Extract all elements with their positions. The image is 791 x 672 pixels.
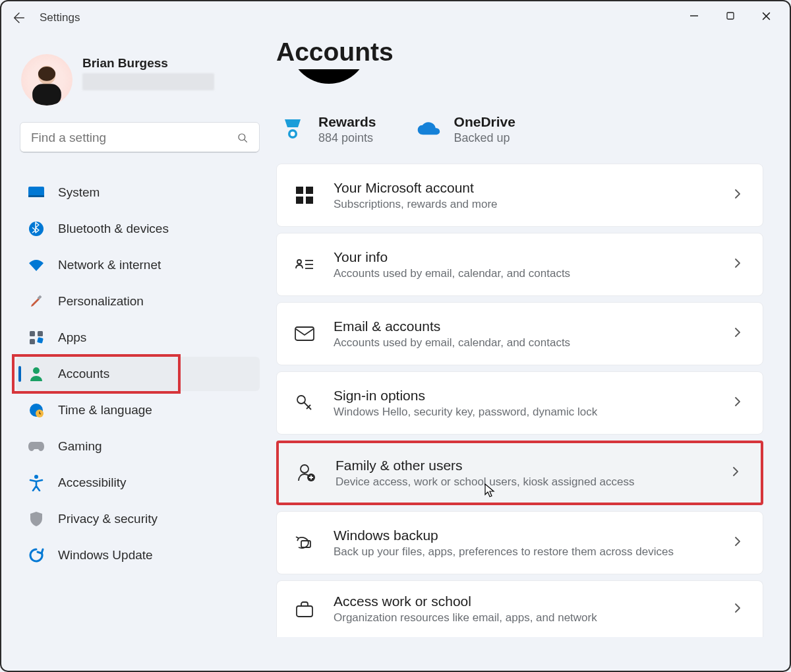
back-button[interactable]: [4, 3, 34, 33]
card-title: Access work or school: [334, 594, 732, 609]
sidebar-item-accessibility[interactable]: Accessibility: [16, 466, 260, 500]
sidebar-item-accounts[interactable]: Accounts: [16, 357, 260, 391]
svg-line-8: [245, 139, 247, 142]
card-sign-in-options[interactable]: Sign-in options Windows Hello, security …: [276, 371, 763, 435]
gamepad-icon: [28, 438, 45, 455]
sidebar-item-system[interactable]: System: [16, 175, 260, 210]
nav-label: Gaming: [58, 439, 102, 454]
svg-rect-23: [296, 187, 303, 194]
svg-rect-10: [28, 195, 44, 197]
svg-rect-24: [306, 187, 313, 194]
summary-rewards-title: Rewards: [318, 114, 376, 130]
svg-rect-5: [32, 84, 61, 106]
sidebar-item-windows-update[interactable]: Windows Update: [16, 538, 260, 572]
close-button[interactable]: [748, 1, 784, 30]
sidebar-item-personalization[interactable]: Personalization: [16, 284, 260, 319]
accessibility-icon: [28, 474, 45, 491]
summary-onedrive-title: OneDrive: [454, 114, 515, 130]
summary-rewards[interactable]: Rewards 884 points: [280, 114, 376, 145]
briefcase-icon: [294, 599, 315, 620]
svg-rect-1: [727, 13, 734, 19]
page-title: Accounts: [276, 38, 763, 67]
profile-email-redacted: [82, 73, 214, 90]
sidebar-item-bluetooth[interactable]: Bluetooth & devices: [16, 212, 260, 246]
sidebar-item-privacy[interactable]: Privacy & security: [16, 502, 260, 536]
shield-icon: [28, 510, 45, 528]
svg-rect-16: [37, 337, 44, 344]
sidebar-item-network[interactable]: Network & internet: [16, 248, 260, 282]
settings-cards: Your Microsoft account Subscriptions, re…: [276, 164, 763, 637]
account-summary: Rewards 884 points OneDrive Backed up: [280, 114, 763, 145]
card-title: Windows backup: [334, 528, 732, 543]
backup-icon: [294, 532, 315, 553]
card-email-accounts[interactable]: Email & accounts Accounts used by email,…: [276, 302, 763, 365]
onedrive-icon: [416, 117, 441, 142]
sidebar-item-time-language[interactable]: Time & language: [16, 393, 260, 427]
apps-icon: [28, 329, 45, 346]
nav-label: Accounts: [58, 367, 109, 381]
nav: System Bluetooth & devices Network & int…: [16, 175, 260, 574]
window-title: Settings: [40, 11, 80, 24]
summary-onedrive[interactable]: OneDrive Backed up: [416, 114, 515, 145]
settings-window: Settings Brian Burgess System: [0, 0, 791, 672]
nav-label: Accessibility: [58, 475, 126, 490]
svg-rect-15: [30, 339, 35, 344]
card-title: Your info: [334, 249, 732, 265]
bluetooth-icon: [28, 220, 45, 237]
chevron-right-icon: [732, 327, 746, 340]
svg-rect-26: [306, 197, 313, 204]
card-your-info[interactable]: Your info Accounts used by email, calend…: [276, 233, 763, 296]
nav-label: Personalization: [58, 294, 144, 309]
chevron-right-icon: [732, 258, 746, 271]
profile[interactable]: Brian Burgess: [16, 54, 260, 106]
card-detail: Subscriptions, rewards and more: [334, 198, 732, 211]
svg-point-20: [34, 475, 38, 479]
maximize-button[interactable]: [712, 1, 748, 30]
card-detail: Organization resources like email, apps,…: [334, 611, 732, 625]
card-title: Your Microsoft account: [334, 180, 732, 196]
svg-rect-31: [295, 327, 314, 340]
id-card-icon: [294, 254, 315, 275]
system-icon: [28, 184, 45, 201]
profile-name: Brian Burgess: [82, 56, 214, 71]
arrow-left-icon: [12, 11, 26, 25]
svg-point-6: [38, 67, 55, 81]
nav-label: System: [58, 185, 100, 200]
card-family-other-users[interactable]: Family & other users Device access, work…: [276, 441, 763, 505]
svg-rect-13: [30, 331, 35, 336]
paintbrush-icon: [28, 293, 45, 310]
chevron-right-icon: [732, 536, 746, 549]
titlebar: Settings: [1, 1, 790, 34]
card-access-work-school[interactable]: Access work or school Organization resou…: [276, 580, 763, 637]
sidebar-item-apps[interactable]: Apps: [16, 321, 260, 355]
chevron-right-icon: [732, 189, 746, 202]
search-input[interactable]: [31, 131, 237, 145]
profile-avatar: [21, 54, 73, 106]
key-icon: [294, 392, 315, 413]
minimize-button[interactable]: [676, 1, 712, 30]
search-box[interactable]: [20, 122, 260, 153]
clock-globe-icon: [28, 402, 45, 419]
mail-icon: [294, 323, 315, 344]
card-title: Sign-in options: [334, 388, 732, 404]
card-detail: Back up your files, apps, preferences to…: [334, 545, 732, 559]
card-microsoft-account[interactable]: Your Microsoft account Subscriptions, re…: [276, 164, 763, 227]
summary-rewards-detail: 884 points: [318, 131, 376, 145]
svg-point-33: [301, 465, 308, 473]
chevron-right-icon: [730, 466, 744, 479]
card-detail: Accounts used by email, calendar, and co…: [334, 336, 732, 350]
window-controls: [676, 1, 784, 30]
person-add-icon: [296, 462, 317, 483]
svg-point-22: [291, 131, 295, 136]
nav-label: Time & language: [58, 403, 152, 417]
svg-point-17: [33, 367, 40, 374]
nav-label: Windows Update: [58, 548, 153, 563]
sidebar-item-gaming[interactable]: Gaming: [16, 429, 260, 464]
chevron-right-icon: [732, 603, 746, 616]
person-icon: [28, 365, 45, 382]
svg-rect-36: [297, 606, 312, 617]
account-hero: [276, 69, 763, 101]
card-windows-backup[interactable]: Windows backup Back up your files, apps,…: [276, 511, 763, 574]
search-icon: [237, 132, 249, 144]
rewards-icon: [280, 117, 305, 142]
